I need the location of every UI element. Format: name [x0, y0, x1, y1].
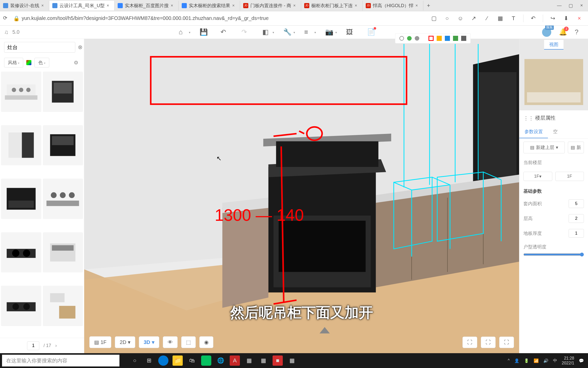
- color-filter[interactable]: 色: [34, 58, 49, 67]
- tray-volume-icon[interactable]: 🔊: [543, 358, 548, 363]
- fullscreen-icon[interactable]: ⛶: [499, 337, 514, 348]
- text-tool-icon[interactable]: T: [510, 15, 517, 22]
- explorer-icon[interactable]: 📁: [173, 355, 183, 366]
- next-page-icon[interactable]: ›: [55, 343, 57, 348]
- filter-icon[interactable]: ⚙: [74, 60, 80, 66]
- tab-space[interactable]: 空: [548, 125, 563, 138]
- tray-battery-icon[interactable]: 🔋: [524, 358, 529, 363]
- minimap-tab[interactable]: 视图: [544, 40, 564, 50]
- close-icon[interactable]: ×: [171, 3, 175, 8]
- floor-from-select[interactable]: 1F ▾: [523, 172, 552, 181]
- app-icon[interactable]: ▦: [244, 355, 254, 366]
- area-input[interactable]: [569, 199, 584, 208]
- minimize-icon[interactable]: —: [557, 3, 561, 8]
- clock[interactable]: 21:28 2022/1: [562, 356, 574, 365]
- task-view-icon[interactable]: ⊞: [144, 355, 154, 366]
- close-icon[interactable]: ×: [580, 3, 583, 8]
- undo-icon[interactable]: ↶: [530, 15, 537, 22]
- notification-icon[interactable]: 💬: [579, 358, 584, 363]
- view-2d-button[interactable]: 2D ▾: [115, 336, 135, 348]
- frame2-icon[interactable]: ⛶: [481, 337, 496, 348]
- model-thumb[interactable]: [43, 286, 83, 326]
- close-icon[interactable]: ×: [355, 3, 359, 8]
- clear-icon[interactable]: ⊗: [78, 43, 82, 51]
- design-canvas[interactable]: 1300 — 140 ↖ 然后呢吊柜下面又加开 ▤ 1F 2D ▾ 3D ▾ 👁…: [84, 39, 519, 353]
- close-icon[interactable]: ×: [41, 3, 46, 8]
- eraser-icon[interactable]: ◧: [262, 28, 271, 36]
- style-filter[interactable]: 风格: [4, 58, 23, 67]
- model-thumb[interactable]: [1, 232, 41, 273]
- page-input[interactable]: [27, 341, 39, 350]
- color-gray[interactable]: [461, 36, 466, 41]
- floor-thick-input[interactable]: [569, 229, 584, 238]
- document-icon[interactable]: 📄: [367, 28, 375, 36]
- model-thumb[interactable]: [1, 72, 41, 112]
- floor-button[interactable]: ▤ 1F: [89, 336, 111, 348]
- search-input[interactable]: [4, 42, 75, 53]
- home-icon[interactable]: ⌂: [179, 28, 187, 36]
- color-red[interactable]: [428, 36, 434, 41]
- tray-chevron-icon[interactable]: ^: [508, 358, 510, 363]
- mosaic-tool-icon[interactable]: ▦: [497, 15, 504, 22]
- close-icon[interactable]: ×: [107, 3, 111, 8]
- eye-icon[interactable]: 👁: [163, 336, 178, 348]
- bell-icon[interactable]: 🔔3: [559, 28, 567, 36]
- size-small-icon[interactable]: [399, 36, 404, 41]
- browser-tab[interactable]: 实木橱柜的搜索结果×: [179, 1, 240, 10]
- image-icon[interactable]: 🖼: [346, 28, 354, 36]
- tray-wifi-icon[interactable]: 📶: [534, 358, 539, 363]
- new-upper-floor-button[interactable]: ▤ 新建上层 ▾: [523, 142, 565, 153]
- tray-ime[interactable]: 中: [553, 358, 557, 363]
- tray-people-icon[interactable]: 👤: [514, 358, 519, 363]
- new-tab-button[interactable]: +: [423, 1, 434, 10]
- align-icon[interactable]: ≡: [304, 28, 312, 36]
- size-med-icon[interactable]: [407, 36, 412, 41]
- floor-to-select[interactable]: 1F: [555, 172, 584, 181]
- browser-tab[interactable]: 实木橱柜_百度图片搜×: [115, 1, 179, 10]
- size-large-icon[interactable]: [415, 36, 419, 41]
- wrench-icon[interactable]: 🔧: [283, 28, 291, 36]
- model-thumb[interactable]: [43, 125, 83, 166]
- share-icon[interactable]: ↪: [549, 15, 556, 22]
- wechat-icon[interactable]: [201, 355, 211, 366]
- browser-tab[interactable]: JD橱柜衣柜门板上下连×: [301, 1, 363, 10]
- avatar[interactable]: 限免: [542, 28, 551, 37]
- view-3d-button[interactable]: 3D ▾: [139, 336, 159, 348]
- emoji-tool-icon[interactable]: ☺: [457, 15, 464, 22]
- arrow-tool-icon[interactable]: ↗: [470, 15, 477, 22]
- autocad-icon[interactable]: A: [230, 355, 240, 366]
- reload-icon[interactable]: ⟳: [3, 15, 10, 22]
- app-icon[interactable]: ■: [273, 355, 283, 366]
- app-icon[interactable]: ▦: [287, 355, 297, 366]
- save-icon[interactable]: 💾: [200, 28, 208, 36]
- music-icon[interactable]: ♫: [4, 29, 8, 36]
- download-icon[interactable]: ⬇: [562, 15, 570, 22]
- model-thumb[interactable]: [1, 125, 41, 166]
- cube-icon[interactable]: ⬚: [181, 336, 196, 348]
- model-thumb[interactable]: [43, 232, 83, 273]
- new-button[interactable]: ▤ 新: [568, 142, 584, 153]
- line-tool-icon[interactable]: ∕: [483, 15, 491, 22]
- color-green[interactable]: [453, 36, 458, 41]
- undo-icon[interactable]: ↶: [220, 28, 229, 36]
- color-orange[interactable]: [437, 36, 442, 41]
- height-input[interactable]: [569, 214, 584, 223]
- tab-params[interactable]: 参数设置: [519, 125, 548, 138]
- edge-icon[interactable]: [158, 355, 168, 366]
- chrome-icon[interactable]: 🌐: [215, 355, 226, 366]
- taskbar-search[interactable]: 在这里输入你要搜索的内容: [2, 355, 119, 366]
- model-thumb[interactable]: [43, 179, 83, 219]
- browser-tab[interactable]: JD门板内置连接件 - 商×: [240, 1, 301, 10]
- close-icon[interactable]: ×: [415, 3, 420, 8]
- close-icon[interactable]: ×: [232, 3, 237, 8]
- close-icon[interactable]: ×: [293, 3, 298, 8]
- cortana-icon[interactable]: ○: [130, 355, 140, 366]
- transparency-slider[interactable]: [523, 252, 584, 257]
- model-thumb[interactable]: [1, 179, 41, 219]
- color-filter-icon[interactable]: [26, 60, 31, 65]
- frame-icon[interactable]: ⛶: [462, 337, 477, 348]
- camera-icon[interactable]: 📷: [325, 28, 333, 36]
- close-icon[interactable]: ×: [576, 15, 583, 22]
- app-icon[interactable]: ▦: [258, 355, 268, 366]
- help-icon[interactable]: ?: [575, 28, 583, 36]
